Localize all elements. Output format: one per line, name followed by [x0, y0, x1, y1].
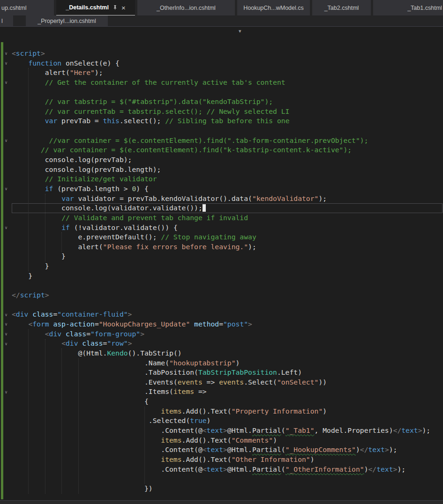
fold-collapse-icon[interactable]: ∨ — [3, 137, 9, 144]
code-line: .Items(items => — [0, 387, 443, 397]
fold-collapse-icon[interactable]: ∨ — [3, 50, 9, 57]
document-tab[interactable]: l — [0, 15, 13, 26]
document-tab[interactable]: _Tab2.cshtml — [312, 0, 371, 15]
code-line: //var container = $(e.contentElement).fi… — [0, 136, 443, 146]
code-line: <form asp-action="HookupCharges_Update" … — [0, 319, 443, 329]
code-line: .Selected(true) — [0, 416, 443, 426]
code-lines: <script> function onSelect(e) { alert("H… — [0, 39, 443, 493]
code-line: </script> — [0, 290, 443, 300]
fold-collapse-icon[interactable]: ∨ — [3, 185, 9, 193]
code-line: .Name("hookuptabstrip") — [0, 358, 443, 368]
fold-collapse-icon[interactable]: ∨ — [3, 311, 9, 319]
tab-label: _PropertyI...ion.cshtml — [38, 18, 96, 24]
code-line: console.log(validator.validate()); — [0, 203, 443, 213]
code-line: items.Add().Text("Other Information") — [0, 455, 443, 465]
fold-collapse-icon[interactable]: ∨ — [3, 224, 9, 231]
code-line: // var tabstrip = $("#tabstrip").data("k… — [0, 97, 443, 107]
editor-window: up.cshtml_Details.cshtml×_OtherInfo...io… — [0, 0, 443, 504]
fold-collapse-icon[interactable]: ∨ — [3, 330, 9, 338]
code-line: if (prevTab.length > 0) { — [0, 184, 443, 194]
code-line: e.preventDefault(); // Stop navigating a… — [0, 232, 443, 242]
tab-label: _Details.cshtml — [66, 4, 109, 11]
code-line: items.Add().Text("Property Information") — [0, 407, 443, 416]
code-line: <script> — [0, 49, 443, 59]
fold-collapse-icon[interactable]: ∨ — [3, 340, 9, 348]
code-line: // var container = $(e.contentElement).f… — [0, 145, 443, 155]
fold-collapse-icon[interactable]: ∨ — [3, 59, 9, 67]
fold-collapse-icon[interactable]: ∨ — [3, 79, 9, 86]
code-line: { — [0, 397, 443, 407]
code-line: .Content(@<text>@Html.Partial("_Tab1", M… — [0, 426, 443, 436]
close-icon[interactable]: × — [121, 4, 126, 11]
code-editor[interactable]: ∨∨∨∨∨∨∨∨∨∨∨ <script> function onSelect(e… — [0, 39, 443, 504]
document-tab[interactable]: HookupCh...wModel.cs — [237, 0, 310, 15]
code-line: var validator = prevTab.kendoValidator()… — [0, 194, 443, 204]
code-line: console.log(prevTab.length); — [0, 165, 443, 175]
tab-label: _OtherInfo...ion.cshtml — [157, 5, 216, 11]
tab-label: up.cshtml — [1, 5, 27, 11]
tab-label: _Tab1.cshtml — [407, 5, 442, 11]
code-line — [0, 281, 443, 290]
fold-collapse-icon[interactable]: ∨ — [3, 320, 9, 328]
code-line: .TabPosition(TabStripTabPosition.Left) — [0, 368, 443, 378]
code-line: @(Html.Kendo().TabStrip() — [0, 348, 443, 358]
text-cursor — [203, 204, 206, 212]
code-line — [0, 300, 443, 310]
document-tab[interactable]: _Tab1.cshtml — [373, 0, 443, 15]
code-line: <div class="row"> — [0, 339, 443, 348]
code-line: if (!validator.validate()) { — [0, 223, 443, 233]
code-line: } — [0, 261, 443, 271]
code-line: // Validate and prevent tab change if in… — [0, 213, 443, 223]
document-tab-strip: up.cshtml_Details.cshtml×_OtherInfo...io… — [0, 0, 443, 27]
code-line: // var currentTab = tabstrip.select(); /… — [0, 107, 443, 117]
code-line: } — [0, 271, 443, 281]
tab-label: _Tab2.cshtml — [324, 5, 359, 11]
code-line: .Content(@<text>@Html.Partial("_HookupCo… — [0, 445, 443, 455]
code-line: .Events(events => events.Select("onSelec… — [0, 378, 443, 387]
editor-header: ▾ — [0, 27, 443, 39]
document-tab[interactable]: _OtherInfo...ion.cshtml — [137, 0, 235, 15]
document-tab[interactable]: _Details.cshtml× — [56, 0, 135, 15]
chevron-down-icon[interactable]: ▾ — [239, 29, 241, 34]
code-line: }) — [0, 484, 443, 494]
horizontal-scrollbar[interactable] — [0, 500, 443, 504]
code-line: } — [0, 252, 443, 261]
code-line — [0, 126, 443, 136]
code-line: <div class="container-fluid"> — [0, 310, 443, 319]
code-line: console.log(prevTab); — [0, 155, 443, 165]
document-tab[interactable]: up.cshtml — [0, 0, 54, 15]
pin-icon[interactable] — [113, 5, 118, 10]
tab-label: l — [1, 18, 3, 24]
code-line: // Initialize/get validator — [0, 174, 443, 184]
code-line: alert("Please fix errors before leaving.… — [0, 242, 443, 252]
tab-bar-row-1: up.cshtml_Details.cshtml×_OtherInfo...io… — [0, 0, 443, 15]
code-line: <div class="form-group"> — [0, 329, 443, 339]
code-line: .Content(@<text>@Html.Partial("_OtherInf… — [0, 465, 443, 474]
fold-collapse-icon[interactable]: ∨ — [3, 388, 9, 396]
code-line: items.Add().Text("Comments") — [0, 436, 443, 445]
code-line: // Get the container of the currently ac… — [0, 78, 443, 88]
code-line — [0, 474, 443, 484]
document-tab[interactable]: _PropertyI...ion.cshtml — [26, 15, 108, 26]
code-line — [0, 88, 443, 97]
code-line: alert("Here"); — [0, 68, 443, 78]
code-line: var prevTab = this.select(); // Sibling … — [0, 116, 443, 126]
code-line: function onSelect(e) { — [0, 59, 443, 68]
tab-bar-row-2: l_PropertyI...ion.cshtml — [0, 15, 443, 26]
tab-label: HookupCh...wModel.cs — [243, 5, 304, 11]
